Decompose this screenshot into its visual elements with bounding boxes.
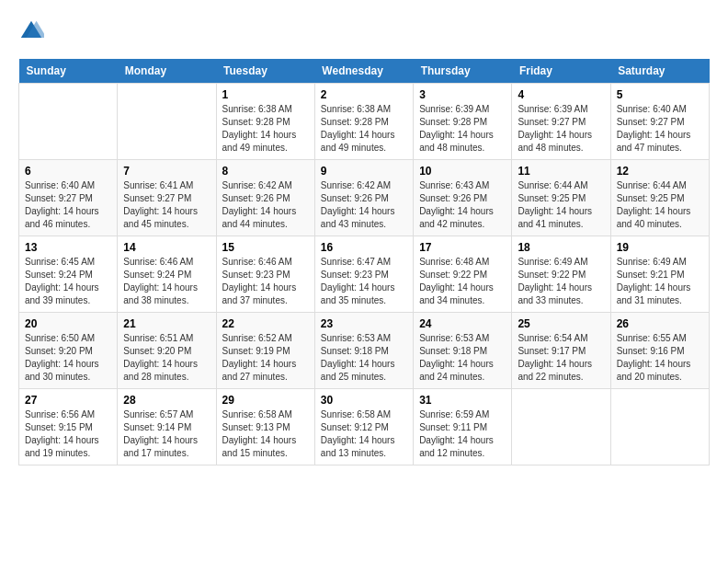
day-number: 1: [222, 88, 309, 101]
cell-content: Sunrise: 6:55 AMSunset: 9:16 PMDaylight:…: [617, 332, 703, 384]
calendar-cell: 29Sunrise: 6:58 AMSunset: 9:13 PMDayligh…: [216, 389, 314, 465]
calendar-cell: 23Sunrise: 6:53 AMSunset: 9:18 PMDayligh…: [314, 313, 413, 389]
calendar-cell: 11Sunrise: 6:44 AMSunset: 9:25 PMDayligh…: [512, 160, 610, 236]
calendar-cell: [512, 389, 610, 465]
day-number: 23: [321, 317, 407, 330]
calendar-cell: 27Sunrise: 6:56 AMSunset: 9:15 PMDayligh…: [19, 389, 118, 465]
calendar-cell: 7Sunrise: 6:41 AMSunset: 9:27 PMDaylight…: [118, 160, 216, 236]
day-number: 2: [321, 88, 407, 101]
day-number: 11: [518, 165, 604, 178]
cell-content: Sunrise: 6:42 AMSunset: 9:26 PMDaylight:…: [222, 179, 309, 231]
cell-content: Sunrise: 6:44 AMSunset: 9:25 PMDaylight:…: [518, 179, 604, 231]
calendar-week-row: 13Sunrise: 6:45 AMSunset: 9:24 PMDayligh…: [19, 236, 710, 313]
day-number: 19: [617, 241, 703, 254]
cell-content: Sunrise: 6:53 AMSunset: 9:18 PMDaylight:…: [321, 332, 407, 384]
calendar-cell: 13Sunrise: 6:45 AMSunset: 9:24 PMDayligh…: [19, 236, 118, 313]
cell-content: Sunrise: 6:47 AMSunset: 9:23 PMDaylight:…: [321, 256, 407, 307]
day-number: 5: [617, 88, 703, 101]
calendar-cell: 31Sunrise: 6:59 AMSunset: 9:11 PMDayligh…: [414, 389, 512, 465]
calendar-cell: 19Sunrise: 6:49 AMSunset: 9:21 PMDayligh…: [610, 236, 709, 313]
calendar-cell: 17Sunrise: 6:48 AMSunset: 9:22 PMDayligh…: [414, 236, 512, 313]
page-header: [18, 18, 710, 44]
day-number: 4: [518, 88, 604, 101]
calendar-week-row: 20Sunrise: 6:50 AMSunset: 9:20 PMDayligh…: [19, 313, 710, 389]
cell-content: Sunrise: 6:44 AMSunset: 9:25 PMDaylight:…: [617, 179, 703, 231]
cell-content: Sunrise: 6:49 AMSunset: 9:22 PMDaylight:…: [518, 256, 604, 307]
day-number: 7: [123, 165, 210, 178]
calendar-cell: [19, 84, 118, 160]
day-number: 16: [321, 241, 407, 254]
calendar-cell: 2Sunrise: 6:38 AMSunset: 9:28 PMDaylight…: [314, 84, 413, 160]
day-number: 20: [25, 317, 111, 330]
weekday-header-thursday: Thursday: [414, 59, 512, 84]
calendar-cell: 15Sunrise: 6:46 AMSunset: 9:23 PMDayligh…: [216, 236, 314, 313]
calendar-cell: 9Sunrise: 6:42 AMSunset: 9:26 PMDaylight…: [314, 160, 413, 236]
logo: [18, 18, 48, 44]
calendar-week-row: 1Sunrise: 6:38 AMSunset: 9:28 PMDaylight…: [19, 84, 710, 160]
day-number: 10: [419, 165, 506, 178]
calendar-cell: 20Sunrise: 6:50 AMSunset: 9:20 PMDayligh…: [19, 313, 118, 389]
calendar-cell: [118, 84, 216, 160]
cell-content: Sunrise: 6:58 AMSunset: 9:13 PMDaylight:…: [222, 408, 309, 460]
day-number: 27: [25, 394, 111, 407]
calendar-table: SundayMondayTuesdayWednesdayThursdayFrid…: [18, 59, 710, 465]
day-number: 13: [25, 241, 111, 254]
cell-content: Sunrise: 6:54 AMSunset: 9:17 PMDaylight:…: [518, 332, 604, 384]
cell-content: Sunrise: 6:42 AMSunset: 9:26 PMDaylight:…: [321, 179, 407, 231]
day-number: 30: [321, 394, 407, 407]
cell-content: Sunrise: 6:56 AMSunset: 9:15 PMDaylight:…: [25, 408, 111, 460]
day-number: 12: [617, 165, 703, 178]
cell-content: Sunrise: 6:50 AMSunset: 9:20 PMDaylight:…: [25, 332, 111, 384]
day-number: 24: [419, 317, 506, 330]
calendar-cell: 10Sunrise: 6:43 AMSunset: 9:26 PMDayligh…: [414, 160, 512, 236]
calendar-cell: 12Sunrise: 6:44 AMSunset: 9:25 PMDayligh…: [610, 160, 709, 236]
cell-content: Sunrise: 6:40 AMSunset: 9:27 PMDaylight:…: [25, 179, 111, 231]
calendar-cell: 21Sunrise: 6:51 AMSunset: 9:20 PMDayligh…: [118, 313, 216, 389]
cell-content: Sunrise: 6:40 AMSunset: 9:27 PMDaylight:…: [617, 103, 703, 155]
calendar-cell: 8Sunrise: 6:42 AMSunset: 9:26 PMDaylight…: [216, 160, 314, 236]
cell-content: Sunrise: 6:43 AMSunset: 9:26 PMDaylight:…: [419, 179, 506, 231]
weekday-header-sunday: Sunday: [19, 59, 118, 84]
weekday-header-wednesday: Wednesday: [314, 59, 413, 84]
day-number: 28: [123, 394, 210, 407]
cell-content: Sunrise: 6:38 AMSunset: 9:28 PMDaylight:…: [321, 103, 407, 155]
day-number: 9: [321, 165, 407, 178]
cell-content: Sunrise: 6:41 AMSunset: 9:27 PMDaylight:…: [123, 179, 210, 231]
calendar-cell: 30Sunrise: 6:58 AMSunset: 9:12 PMDayligh…: [314, 389, 413, 465]
calendar-cell: 26Sunrise: 6:55 AMSunset: 9:16 PMDayligh…: [610, 313, 709, 389]
day-number: 25: [518, 317, 604, 330]
calendar-cell: 3Sunrise: 6:39 AMSunset: 9:28 PMDaylight…: [414, 84, 512, 160]
calendar-week-row: 6Sunrise: 6:40 AMSunset: 9:27 PMDaylight…: [19, 160, 710, 236]
cell-content: Sunrise: 6:38 AMSunset: 9:28 PMDaylight:…: [222, 103, 309, 155]
cell-content: Sunrise: 6:45 AMSunset: 9:24 PMDaylight:…: [25, 256, 111, 307]
calendar-cell: 16Sunrise: 6:47 AMSunset: 9:23 PMDayligh…: [314, 236, 413, 313]
calendar-cell: 28Sunrise: 6:57 AMSunset: 9:14 PMDayligh…: [118, 389, 216, 465]
calendar-cell: 25Sunrise: 6:54 AMSunset: 9:17 PMDayligh…: [512, 313, 610, 389]
day-number: 31: [419, 394, 506, 407]
cell-content: Sunrise: 6:52 AMSunset: 9:19 PMDaylight:…: [222, 332, 309, 384]
calendar-cell: 5Sunrise: 6:40 AMSunset: 9:27 PMDaylight…: [610, 84, 709, 160]
day-number: 6: [25, 165, 111, 178]
calendar-cell: 6Sunrise: 6:40 AMSunset: 9:27 PMDaylight…: [19, 160, 118, 236]
cell-content: Sunrise: 6:53 AMSunset: 9:18 PMDaylight:…: [419, 332, 506, 384]
cell-content: Sunrise: 6:59 AMSunset: 9:11 PMDaylight:…: [419, 408, 506, 460]
day-number: 21: [123, 317, 210, 330]
day-number: 18: [518, 241, 604, 254]
calendar-cell: 4Sunrise: 6:39 AMSunset: 9:27 PMDaylight…: [512, 84, 610, 160]
cell-content: Sunrise: 6:49 AMSunset: 9:21 PMDaylight:…: [617, 256, 703, 307]
cell-content: Sunrise: 6:51 AMSunset: 9:20 PMDaylight:…: [123, 332, 210, 384]
logo-icon: [18, 18, 44, 44]
calendar-cell: 14Sunrise: 6:46 AMSunset: 9:24 PMDayligh…: [118, 236, 216, 313]
weekday-header-tuesday: Tuesday: [216, 59, 314, 84]
calendar-cell: 22Sunrise: 6:52 AMSunset: 9:19 PMDayligh…: [216, 313, 314, 389]
weekday-header-saturday: Saturday: [610, 59, 709, 84]
cell-content: Sunrise: 6:46 AMSunset: 9:24 PMDaylight:…: [123, 256, 210, 307]
cell-content: Sunrise: 6:48 AMSunset: 9:22 PMDaylight:…: [419, 256, 506, 307]
cell-content: Sunrise: 6:39 AMSunset: 9:28 PMDaylight:…: [419, 103, 506, 155]
cell-content: Sunrise: 6:57 AMSunset: 9:14 PMDaylight:…: [123, 408, 210, 460]
day-number: 3: [419, 88, 506, 101]
day-number: 8: [222, 165, 309, 178]
calendar-cell: 1Sunrise: 6:38 AMSunset: 9:28 PMDaylight…: [216, 84, 314, 160]
calendar-cell: [610, 389, 709, 465]
weekday-header-friday: Friday: [512, 59, 610, 84]
